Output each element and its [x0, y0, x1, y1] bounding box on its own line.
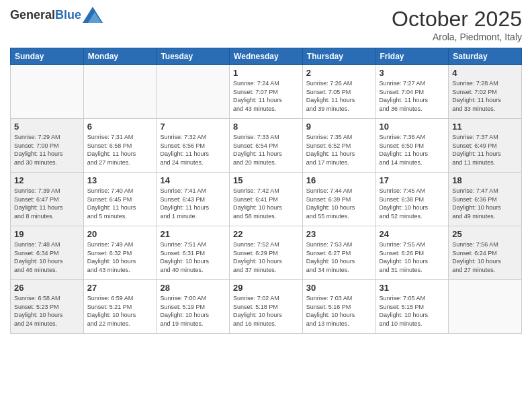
table-row: 18Sunrise: 7:47 AMSunset: 6:36 PMDayligh…: [449, 173, 522, 226]
table-row: 26Sunrise: 6:58 AMSunset: 5:23 PMDayligh…: [11, 280, 84, 334]
header-friday: Friday: [375, 48, 449, 65]
table-row: [449, 280, 522, 334]
day-number: 7: [160, 122, 226, 132]
header-saturday: Saturday: [449, 48, 522, 65]
day-info: Sunrise: 7:55 AMSunset: 6:26 PMDaylight:…: [380, 240, 445, 274]
logo: GeneralBlue: [10, 7, 103, 23]
table-row: 22Sunrise: 7:52 AMSunset: 6:29 PMDayligh…: [230, 226, 303, 280]
calendar-page: GeneralBlue October 2025 Arola, Piedmont…: [0, 0, 532, 411]
day-info: Sunrise: 7:29 AMSunset: 7:00 PMDaylight:…: [14, 133, 80, 167]
day-number: 29: [233, 283, 299, 293]
logo-blue: Blue: [55, 8, 81, 21]
day-info: Sunrise: 7:31 AMSunset: 6:58 PMDaylight:…: [87, 133, 153, 167]
table-row: [157, 65, 230, 119]
table-row: 15Sunrise: 7:42 AMSunset: 6:41 PMDayligh…: [230, 173, 303, 226]
table-row: 21Sunrise: 7:51 AMSunset: 6:31 PMDayligh…: [157, 226, 230, 280]
day-info: Sunrise: 6:58 AMSunset: 5:23 PMDaylight:…: [14, 294, 80, 328]
table-row: 9Sunrise: 7:35 AMSunset: 6:52 PMDaylight…: [302, 119, 375, 173]
day-info: Sunrise: 7:56 AMSunset: 6:24 PMDaylight:…: [452, 240, 518, 274]
day-number: 2: [306, 68, 372, 78]
week-row-4: 19Sunrise: 7:48 AMSunset: 6:34 PMDayligh…: [11, 226, 522, 280]
day-info: Sunrise: 7:37 AMSunset: 6:49 PMDaylight:…: [452, 133, 518, 167]
table-row: 13Sunrise: 7:40 AMSunset: 6:45 PMDayligh…: [83, 173, 157, 226]
header: GeneralBlue October 2025 Arola, Piedmont…: [10, 7, 522, 42]
table-row: [11, 65, 84, 119]
day-info: Sunrise: 7:00 AMSunset: 5:19 PMDaylight:…: [160, 294, 226, 328]
day-number: 3: [380, 68, 445, 78]
day-number: 8: [233, 122, 299, 132]
header-thursday: Thursday: [302, 48, 375, 65]
day-info: Sunrise: 7:24 AMSunset: 7:07 PMDaylight:…: [233, 79, 299, 113]
logo-icon: [83, 7, 103, 23]
day-info: Sunrise: 6:59 AMSunset: 5:21 PMDaylight:…: [87, 294, 153, 328]
table-row: 19Sunrise: 7:48 AMSunset: 6:34 PMDayligh…: [11, 226, 84, 280]
day-info: Sunrise: 7:41 AMSunset: 6:43 PMDaylight:…: [160, 187, 226, 220]
table-row: 3Sunrise: 7:27 AMSunset: 7:04 PMDaylight…: [375, 65, 449, 119]
day-info: Sunrise: 7:32 AMSunset: 6:56 PMDaylight:…: [160, 133, 226, 167]
day-number: 31: [380, 283, 445, 293]
day-number: 23: [306, 229, 372, 239]
header-tuesday: Tuesday: [157, 48, 230, 65]
day-info: Sunrise: 7:03 AMSunset: 5:16 PMDaylight:…: [306, 294, 372, 328]
logo-text: GeneralBlue: [10, 8, 81, 22]
day-number: 25: [452, 229, 518, 239]
day-number: 19: [14, 229, 80, 239]
day-number: 5: [14, 122, 80, 132]
week-row-3: 12Sunrise: 7:39 AMSunset: 6:47 PMDayligh…: [11, 173, 522, 226]
table-row: 20Sunrise: 7:49 AMSunset: 6:32 PMDayligh…: [83, 226, 157, 280]
day-number: 18: [452, 175, 518, 185]
day-info: Sunrise: 7:28 AMSunset: 7:02 PMDaylight:…: [452, 79, 518, 113]
day-number: 28: [160, 283, 226, 293]
day-info: Sunrise: 7:35 AMSunset: 6:52 PMDaylight:…: [306, 133, 372, 167]
day-info: Sunrise: 7:05 AMSunset: 5:15 PMDaylight:…: [380, 294, 445, 328]
day-info: Sunrise: 7:33 AMSunset: 6:54 PMDaylight:…: [233, 133, 299, 167]
table-row: 30Sunrise: 7:03 AMSunset: 5:16 PMDayligh…: [302, 280, 375, 334]
table-row: 14Sunrise: 7:41 AMSunset: 6:43 PMDayligh…: [157, 173, 230, 226]
table-row: 6Sunrise: 7:31 AMSunset: 6:58 PMDaylight…: [83, 119, 157, 173]
day-info: Sunrise: 7:52 AMSunset: 6:29 PMDaylight:…: [233, 240, 299, 274]
table-row: [83, 65, 157, 119]
day-number: 13: [87, 175, 153, 185]
table-row: 25Sunrise: 7:56 AMSunset: 6:24 PMDayligh…: [449, 226, 522, 280]
table-row: 2Sunrise: 7:26 AMSunset: 7:05 PMDaylight…: [302, 65, 375, 119]
day-info: Sunrise: 7:44 AMSunset: 6:39 PMDaylight:…: [306, 187, 372, 220]
table-row: 11Sunrise: 7:37 AMSunset: 6:49 PMDayligh…: [449, 119, 522, 173]
day-number: 9: [306, 122, 372, 132]
day-number: 12: [14, 175, 80, 185]
day-number: 14: [160, 175, 226, 185]
day-number: 15: [233, 175, 299, 185]
day-info: Sunrise: 7:51 AMSunset: 6:31 PMDaylight:…: [160, 240, 226, 274]
day-number: 24: [380, 229, 445, 239]
day-number: 30: [306, 283, 372, 293]
table-row: 16Sunrise: 7:44 AMSunset: 6:39 PMDayligh…: [302, 173, 375, 226]
table-row: 4Sunrise: 7:28 AMSunset: 7:02 PMDaylight…: [449, 65, 522, 119]
week-row-2: 5Sunrise: 7:29 AMSunset: 7:00 PMDaylight…: [11, 119, 522, 173]
day-info: Sunrise: 7:39 AMSunset: 6:47 PMDaylight:…: [14, 187, 80, 220]
day-number: 27: [87, 283, 153, 293]
header-monday: Monday: [83, 48, 157, 65]
day-info: Sunrise: 7:45 AMSunset: 6:38 PMDaylight:…: [380, 187, 445, 220]
table-row: 12Sunrise: 7:39 AMSunset: 6:47 PMDayligh…: [11, 173, 84, 226]
day-info: Sunrise: 7:40 AMSunset: 6:45 PMDaylight:…: [87, 187, 153, 220]
day-info: Sunrise: 7:27 AMSunset: 7:04 PMDaylight:…: [380, 79, 445, 113]
table-row: 10Sunrise: 7:36 AMSunset: 6:50 PMDayligh…: [375, 119, 449, 173]
day-info: Sunrise: 7:02 AMSunset: 5:18 PMDaylight:…: [233, 294, 299, 328]
table-row: 23Sunrise: 7:53 AMSunset: 6:27 PMDayligh…: [302, 226, 375, 280]
day-number: 17: [380, 175, 445, 185]
table-row: 29Sunrise: 7:02 AMSunset: 5:18 PMDayligh…: [230, 280, 303, 334]
day-number: 26: [14, 283, 80, 293]
day-info: Sunrise: 7:42 AMSunset: 6:41 PMDaylight:…: [233, 187, 299, 220]
table-row: 17Sunrise: 7:45 AMSunset: 6:38 PMDayligh…: [375, 173, 449, 226]
day-info: Sunrise: 7:48 AMSunset: 6:34 PMDaylight:…: [14, 240, 80, 274]
day-number: 1: [233, 68, 299, 78]
day-info: Sunrise: 7:47 AMSunset: 6:36 PMDaylight:…: [452, 187, 518, 220]
week-row-5: 26Sunrise: 6:58 AMSunset: 5:23 PMDayligh…: [11, 280, 522, 334]
day-number: 4: [452, 68, 518, 78]
location: Arola, Piedmont, Italy: [392, 32, 522, 42]
day-number: 21: [160, 229, 226, 239]
header-wednesday: Wednesday: [230, 48, 303, 65]
day-info: Sunrise: 7:26 AMSunset: 7:05 PMDaylight:…: [306, 79, 372, 113]
week-row-1: 1Sunrise: 7:24 AMSunset: 7:07 PMDaylight…: [11, 65, 522, 119]
day-info: Sunrise: 7:53 AMSunset: 6:27 PMDaylight:…: [306, 240, 372, 274]
table-row: 28Sunrise: 7:00 AMSunset: 5:19 PMDayligh…: [157, 280, 230, 334]
